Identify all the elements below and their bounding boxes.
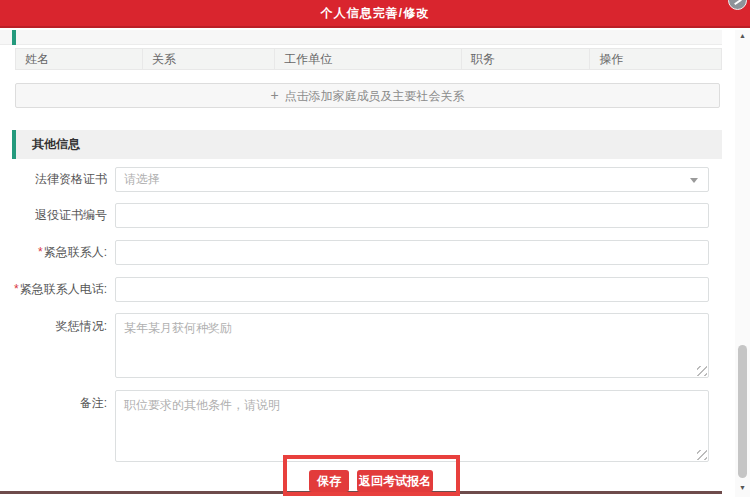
- resize-handle-icon[interactable]: [697, 366, 707, 376]
- legal-certificate-select[interactable]: 请选择: [115, 167, 709, 192]
- save-button[interactable]: 保存: [309, 470, 349, 492]
- section-title: 其他信息: [16, 130, 80, 159]
- plus-icon: +: [270, 87, 278, 103]
- page-header: 个人信息完善/修改: [0, 0, 750, 28]
- form-content: 姓名 关系 工作单位 职务 操作 +点击添加家庭成员及主要社会关系 其他信息 法…: [0, 28, 722, 497]
- resize-handle-icon[interactable]: [697, 450, 707, 460]
- add-family-member-label: 点击添加家庭成员及主要社会关系: [285, 89, 465, 103]
- column-name: 姓名: [15, 48, 143, 70]
- emergency-phone-label: 紧急联系人电话:: [20, 282, 107, 296]
- rewards-label: 奖惩情况:: [0, 320, 107, 332]
- rewards-textarea[interactable]: [115, 313, 709, 378]
- required-asterisk: *: [38, 245, 43, 259]
- page-title: 个人信息完善/修改: [0, 0, 750, 27]
- emergency-contact-input[interactable]: [115, 240, 709, 265]
- back-to-exam-registration-button[interactable]: 返回考试报名: [357, 470, 433, 492]
- scrollbar-thumb[interactable]: [738, 345, 747, 478]
- scroll-down-arrow-icon[interactable]: ▼: [735, 482, 750, 494]
- legal-certificate-label: 法律资格证书: [0, 167, 107, 192]
- column-relation: 关系: [143, 48, 275, 70]
- column-workplace: 工作单位: [275, 48, 462, 70]
- scroll-up-arrow-icon[interactable]: ▲: [735, 30, 750, 42]
- required-asterisk: *: [14, 282, 19, 296]
- veteran-certificate-input[interactable]: [115, 203, 709, 228]
- section-accent-bar: [12, 30, 16, 45]
- remarks-label: 备注:: [0, 397, 107, 409]
- emergency-contact-label: 紧急联系人:: [44, 245, 107, 259]
- scrolled-section-strip: [0, 30, 722, 45]
- chevron-down-icon: [690, 178, 698, 183]
- add-family-member-button[interactable]: +点击添加家庭成员及主要社会关系: [15, 83, 720, 108]
- scrollbar: ▲ ▼: [722, 30, 750, 497]
- emergency-phone-input[interactable]: [115, 277, 709, 302]
- remarks-textarea[interactable]: [115, 390, 709, 462]
- select-placeholder-text: 请选择: [124, 172, 160, 186]
- veteran-certificate-label: 退役证书编号: [0, 203, 107, 228]
- column-actions: 操作: [590, 48, 722, 70]
- other-info-section-header: 其他信息: [12, 130, 722, 159]
- family-table-header: 姓名 关系 工作单位 职务 操作: [15, 48, 722, 70]
- column-position: 职务: [462, 48, 591, 70]
- personal-info-form-page: 个人信息完善/修改 姓名 关系 工作单位 职务 操作 +点击添加家庭成员及主要社…: [0, 0, 750, 497]
